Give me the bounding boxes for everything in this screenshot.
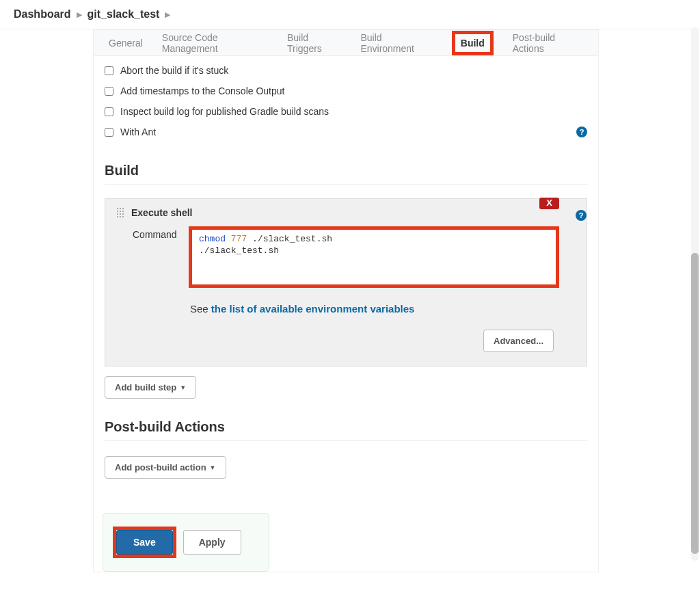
command-textarea[interactable]: chmod 777 ./slack_test.sh ./slack_test.s… — [192, 230, 556, 284]
tab-build-environment[interactable]: Build Environment — [360, 26, 432, 60]
highlight-command-box: chmod 777 ./slack_test.sh ./slack_test.s… — [189, 226, 559, 288]
apply-button[interactable]: Apply — [183, 530, 241, 555]
scrollbar-thumb[interactable] — [691, 253, 699, 554]
checkbox-label: Add timestamps to the Console Output — [120, 85, 284, 96]
checkbox-abort-stuck[interactable] — [105, 66, 113, 75]
help-icon[interactable]: ? — [576, 210, 587, 221]
checkbox-timestamps[interactable] — [105, 87, 113, 96]
breadcrumb-dashboard[interactable]: Dashboard — [14, 8, 71, 21]
tab-build-triggers[interactable]: Build Triggers — [287, 26, 341, 60]
scrollbar-track[interactable] — [691, 27, 699, 561]
help-icon[interactable]: ? — [576, 127, 587, 137]
chevron-right-icon: ▶ — [77, 10, 82, 19]
tab-general[interactable]: General — [109, 31, 143, 55]
option-with-ant: With Ant ? — [105, 122, 587, 142]
chevron-right-icon: ▶ — [165, 10, 170, 19]
breadcrumb-project[interactable]: git_slack_test — [88, 8, 160, 21]
tab-build[interactable]: Build — [461, 38, 485, 49]
checkbox-label: Abort the build if it's stuck — [120, 65, 228, 76]
drag-handle-icon[interactable] — [116, 207, 124, 218]
checkbox-label: With Ant — [120, 127, 156, 137]
option-timestamps: Add timestamps to the Console Output — [105, 81, 587, 101]
config-panel: General Source Code Management Build Tri… — [93, 29, 599, 572]
option-abort-stuck: Abort the build if it's stuck — [105, 60, 587, 81]
add-post-build-action-button[interactable]: Add post-build action ▼ — [105, 456, 226, 479]
highlight-save-button: Save — [113, 527, 176, 558]
env-vars-hint: See the list of available environment va… — [105, 288, 587, 315]
checkbox-label: Inspect build log for published Gradle b… — [120, 106, 329, 117]
tab-post-build-actions[interactable]: Post-build Actions — [513, 26, 583, 60]
save-button[interactable]: Save — [116, 530, 173, 555]
advanced-button[interactable]: Advanced... — [483, 330, 554, 352]
option-gradle-scans: Inspect build log for published Gradle b… — [105, 101, 587, 122]
tab-scm[interactable]: Source Code Management — [162, 26, 268, 60]
caret-down-icon: ▼ — [210, 464, 216, 471]
caret-down-icon: ▼ — [180, 384, 186, 391]
tabs-bar: General Source Code Management Build Tri… — [94, 30, 598, 56]
post-build-section-header: Post-build Actions — [105, 419, 587, 441]
checkbox-with-ant[interactable] — [105, 128, 113, 137]
breadcrumb: Dashboard ▶ git_slack_test ▶ — [0, 0, 700, 29]
step-title: Execute shell — [131, 207, 193, 218]
add-build-step-button[interactable]: Add build step ▼ — [105, 376, 196, 399]
delete-step-button[interactable]: X — [539, 198, 559, 209]
command-label: Command — [133, 226, 180, 288]
env-vars-link[interactable]: the list of available environment variab… — [211, 303, 415, 315]
save-apply-bar: Save Apply — [103, 513, 269, 572]
build-section-header: Build — [105, 163, 587, 185]
execute-shell-step: Execute shell X ? Command chmod 777 ./sl… — [105, 198, 587, 367]
highlight-build-tab: Build — [452, 31, 494, 55]
checkbox-gradle-scans[interactable] — [105, 107, 113, 116]
